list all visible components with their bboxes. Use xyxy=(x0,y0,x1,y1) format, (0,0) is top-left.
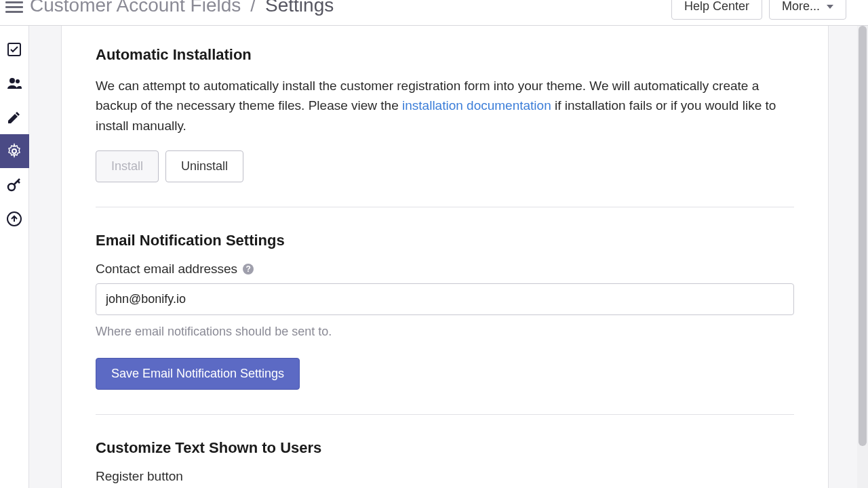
email-title: Email Notification Settings xyxy=(96,232,794,249)
hamburger-icon[interactable] xyxy=(5,1,23,13)
chevron-down-icon xyxy=(827,5,833,9)
svg-point-1 xyxy=(9,78,15,83)
scrollbar-track[interactable] xyxy=(857,26,868,488)
contact-email-helper: Where email notifications should be sent… xyxy=(96,325,794,339)
help-center-button[interactable]: Help Center xyxy=(671,0,762,20)
contact-email-label-text: Contact email addresses xyxy=(96,262,237,277)
users-icon xyxy=(6,75,22,92)
register-button-label-text: Register button xyxy=(96,469,183,484)
section-customize-text: Customize Text Shown to Users Register b… xyxy=(96,439,794,488)
sidebar-item-users[interactable] xyxy=(0,66,29,100)
header-actions: Help Center More... xyxy=(671,0,846,20)
checklist-icon xyxy=(6,41,22,58)
svg-point-2 xyxy=(16,79,20,83)
svg-point-3 xyxy=(12,149,16,153)
more-button[interactable]: More... xyxy=(769,0,846,20)
contact-email-input[interactable] xyxy=(96,283,794,315)
sidebar-item-upload[interactable] xyxy=(0,202,29,236)
divider xyxy=(96,207,794,207)
sidebar xyxy=(0,26,29,488)
sidebar-item-edit[interactable] xyxy=(0,100,29,134)
edit-icon xyxy=(6,109,22,125)
page-header: Customer Account Fields / Settings Help … xyxy=(0,0,868,26)
installation-documentation-link[interactable]: installation documentation xyxy=(402,98,551,113)
scrollbar-thumb[interactable] xyxy=(859,26,867,446)
sidebar-item-settings[interactable] xyxy=(0,134,29,168)
install-body: We can attempt to automatically install … xyxy=(96,76,794,136)
sidebar-item-checklist[interactable] xyxy=(0,33,29,66)
breadcrumb-current: Settings xyxy=(265,0,334,16)
install-button-row: Install Uninstall xyxy=(96,150,794,182)
main-content: Automatic Installation We can attempt to… xyxy=(61,26,829,488)
help-center-label: Help Center xyxy=(684,0,749,14)
install-button[interactable]: Install xyxy=(96,150,159,182)
gear-icon xyxy=(6,143,22,159)
save-email-settings-button[interactable]: Save Email Notification Settings xyxy=(96,358,300,390)
svg-point-4 xyxy=(8,184,15,190)
divider xyxy=(96,414,794,415)
contact-email-label: Contact email addresses ? xyxy=(96,262,794,277)
install-title: Automatic Installation xyxy=(96,46,794,64)
upload-icon xyxy=(6,211,22,227)
breadcrumb-separator: / xyxy=(250,0,256,16)
register-button-label: Register button xyxy=(96,469,794,484)
uninstall-button[interactable]: Uninstall xyxy=(165,150,243,182)
breadcrumb-parent[interactable]: Customer Account Fields xyxy=(30,0,241,16)
key-icon xyxy=(6,177,22,193)
section-email-notifications: Email Notification Settings Contact emai… xyxy=(96,232,794,390)
customize-title: Customize Text Shown to Users xyxy=(96,439,794,457)
section-automatic-installation: Automatic Installation We can attempt to… xyxy=(96,46,794,182)
sidebar-item-key[interactable] xyxy=(0,168,29,202)
breadcrumb: Customer Account Fields / Settings xyxy=(30,0,334,16)
help-icon[interactable]: ? xyxy=(243,264,254,274)
more-label: More... xyxy=(782,0,820,14)
